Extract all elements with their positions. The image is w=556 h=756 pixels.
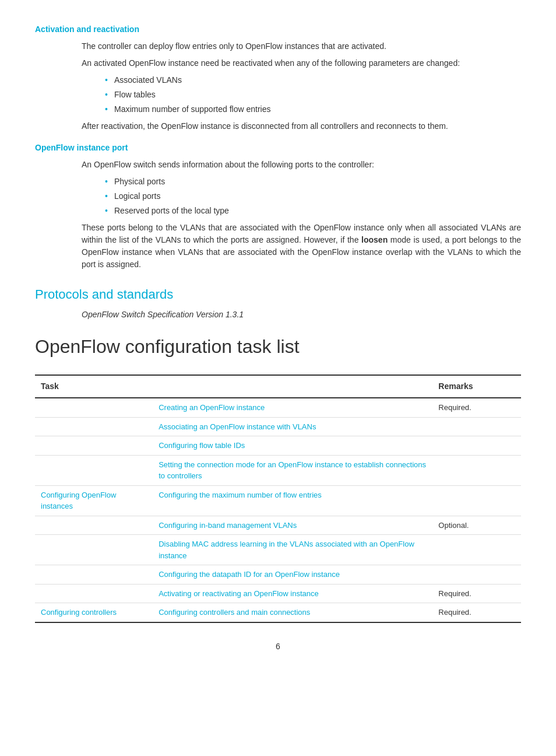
col-task: Task bbox=[35, 375, 153, 398]
task-group bbox=[35, 535, 153, 565]
activation-para2: An activated OpenFlow instance need be r… bbox=[82, 57, 521, 69]
task-link[interactable]: Configuring the datapath ID for an OpenF… bbox=[153, 565, 432, 584]
list-item: Physical ports bbox=[105, 176, 521, 188]
task-link-anchor[interactable]: Configuring flow table IDs bbox=[159, 441, 245, 450]
task-link[interactable]: Configuring the maximum number of flow e… bbox=[153, 485, 432, 516]
activation-para3: After reactivation, the OpenFlow instanc… bbox=[82, 120, 521, 132]
task-remark bbox=[432, 565, 521, 584]
loosen-bold: loosen bbox=[361, 235, 388, 244]
task-link[interactable]: Configuring controllers and main connect… bbox=[153, 603, 432, 622]
task-group: Configuring controllers bbox=[35, 603, 153, 622]
openflow-port-para1: An OpenFlow switch sends information abo… bbox=[82, 159, 521, 171]
table-row: Setting the connection mode for an OpenF… bbox=[35, 455, 521, 485]
task-remark bbox=[432, 535, 521, 565]
list-item: Maximum number of supported flow entries bbox=[105, 103, 521, 116]
task-group-link[interactable]: Configuring OpenFlow instances bbox=[41, 491, 116, 511]
task-link-anchor[interactable]: Associating an OpenFlow instance with VL… bbox=[159, 422, 316, 431]
task-link-anchor[interactable]: Configuring in-band management VLANs bbox=[159, 521, 297, 530]
task-group bbox=[35, 417, 153, 436]
task-link[interactable]: Creating an OpenFlow instance bbox=[153, 398, 432, 417]
task-group bbox=[35, 436, 153, 456]
task-link[interactable]: Configuring in-band management VLANs bbox=[153, 516, 432, 535]
list-item: Logical ports bbox=[105, 190, 521, 202]
task-group-link[interactable]: Configuring controllers bbox=[41, 608, 117, 617]
activation-bullets: Associated VLANs Flow tables Maximum num… bbox=[105, 74, 521, 116]
table-row: Disabling MAC address learning in the VL… bbox=[35, 535, 521, 565]
task-remark bbox=[432, 485, 521, 516]
table-row: Activating or reactivating an OpenFlow i… bbox=[35, 584, 521, 603]
task-remark: Required. bbox=[432, 584, 521, 603]
task-link-anchor[interactable]: Configuring the maximum number of flow e… bbox=[159, 491, 322, 499]
task-remark bbox=[432, 417, 521, 436]
col-remarks: Remarks bbox=[432, 375, 521, 398]
protocols-heading: Protocols and standards bbox=[35, 285, 521, 304]
activation-section: Activation and reactivation The controll… bbox=[35, 23, 521, 132]
page-number: 6 bbox=[35, 640, 521, 653]
task-remark bbox=[432, 455, 521, 485]
openflow-port-bullets: Physical ports Logical ports Reserved po… bbox=[105, 176, 521, 217]
task-link[interactable]: Configuring flow table IDs bbox=[153, 436, 432, 456]
list-item: Associated VLANs bbox=[105, 74, 521, 86]
protocols-spec: OpenFlow Switch Specification Version 1.… bbox=[82, 309, 521, 321]
task-link-anchor[interactable]: Disabling MAC address learning in the VL… bbox=[159, 540, 414, 560]
task-group bbox=[35, 584, 153, 603]
table-row: Creating an OpenFlow instance Required. bbox=[35, 398, 521, 417]
task-link[interactable]: Disabling MAC address learning in the VL… bbox=[153, 535, 432, 565]
task-group bbox=[35, 565, 153, 584]
task-link-anchor[interactable]: Setting the connection mode for an OpenF… bbox=[159, 460, 426, 481]
task-link-anchor[interactable]: Configuring the datapath ID for an OpenF… bbox=[159, 570, 340, 579]
openflow-port-heading: OpenFlow instance port bbox=[35, 142, 521, 154]
openflow-port-section: OpenFlow instance port An OpenFlow switc… bbox=[35, 142, 521, 271]
table-row: Configuring the datapath ID for an OpenF… bbox=[35, 565, 521, 584]
task-group: Configuring OpenFlow instances bbox=[35, 485, 153, 516]
task-link-anchor[interactable]: Creating an OpenFlow instance bbox=[159, 403, 265, 412]
col-empty bbox=[153, 375, 432, 398]
table-row: Configuring OpenFlow instances Configuri… bbox=[35, 485, 521, 516]
task-link[interactable]: Associating an OpenFlow instance with VL… bbox=[153, 417, 432, 436]
activation-heading: Activation and reactivation bbox=[35, 23, 521, 36]
table-row: Configuring in-band management VLANs Opt… bbox=[35, 516, 521, 535]
task-remark: Required. bbox=[432, 398, 521, 417]
table-row: Configuring controllers Configuring cont… bbox=[35, 603, 521, 622]
task-group bbox=[35, 398, 153, 417]
list-item: Reserved ports of the local type bbox=[105, 205, 521, 217]
task-table: Task Remarks Creating an OpenFlow instan… bbox=[35, 374, 521, 623]
task-remark: Optional. bbox=[432, 516, 521, 535]
openflow-port-para2: These ports belong to the VLANs that are… bbox=[82, 222, 521, 271]
task-link-anchor[interactable]: Configuring controllers and main connect… bbox=[159, 608, 310, 617]
protocols-section: Protocols and standards OpenFlow Switch … bbox=[35, 285, 521, 321]
task-link[interactable]: Setting the connection mode for an OpenF… bbox=[153, 455, 432, 485]
task-group bbox=[35, 455, 153, 485]
table-row: Associating an OpenFlow instance with VL… bbox=[35, 417, 521, 436]
task-remark bbox=[432, 436, 521, 456]
list-item: Flow tables bbox=[105, 89, 521, 101]
task-remark: Required. bbox=[432, 603, 521, 622]
config-section: OpenFlow configuration task list Task Re… bbox=[35, 332, 521, 623]
table-row: Configuring flow table IDs bbox=[35, 436, 521, 456]
task-group bbox=[35, 516, 153, 535]
task-link[interactable]: Activating or reactivating an OpenFlow i… bbox=[153, 584, 432, 603]
task-link-anchor[interactable]: Activating or reactivating an OpenFlow i… bbox=[159, 589, 319, 598]
activation-para1: The controller can deploy flow entries o… bbox=[82, 40, 521, 52]
config-heading: OpenFlow configuration task list bbox=[35, 332, 521, 360]
